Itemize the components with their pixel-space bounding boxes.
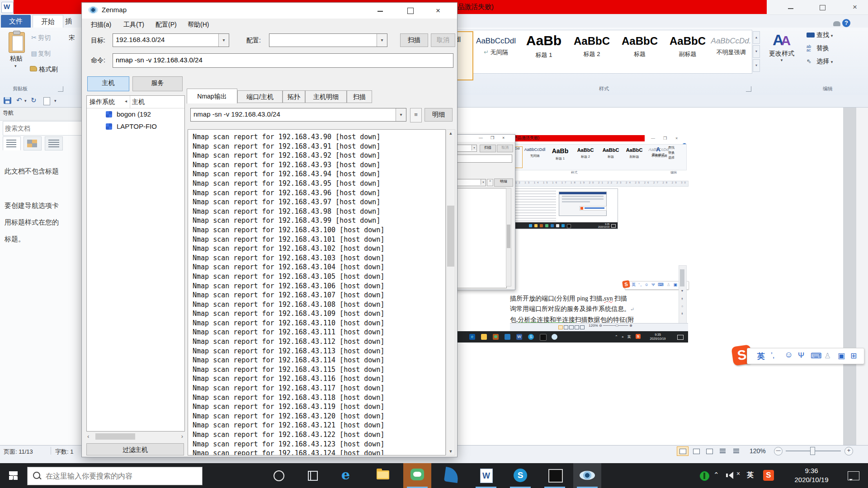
view-print-layout-button[interactable]: [677, 446, 689, 456]
close-icon[interactable]: ×: [429, 6, 447, 16]
host-list-header[interactable]: 操作系统 ◂ 主机: [87, 96, 184, 108]
save-icon[interactable]: [4, 97, 11, 104]
menu-tools[interactable]: 工具(T): [123, 21, 144, 29]
taskbar-explorer-button[interactable]: [369, 463, 397, 488]
toolbox-icon[interactable]: ⊞: [850, 351, 857, 361]
restore-icon[interactable]: [815, 3, 830, 13]
undo-chevron-icon[interactable]: ▾: [24, 99, 27, 103]
nav-tab-pages[interactable]: [24, 136, 42, 150]
style-item[interactable]: AaBbCcDd. 不明显强调: [710, 32, 752, 71]
document-search-input[interactable]: [3, 121, 83, 136]
nav-tab-results[interactable]: [45, 136, 63, 150]
output-scrollbar[interactable]: ▲ ▼: [446, 129, 455, 455]
menu-scan[interactable]: 扫描(a): [91, 21, 111, 29]
dialog-launcher-icon[interactable]: [58, 86, 63, 92]
taskbar-wireshark-button[interactable]: [438, 463, 466, 488]
word-count[interactable]: 字数: 1: [55, 448, 73, 456]
filter-hosts-button[interactable]: 过滤主机: [86, 443, 184, 455]
taskbar-cortana-button[interactable]: [264, 463, 292, 488]
qat-customize-icon[interactable]: ▾: [54, 99, 57, 103]
tab-nmap-output[interactable]: Nmap输出: [187, 89, 237, 103]
host-list-hscrollbar[interactable]: ‹ ›: [86, 432, 184, 441]
tab-home[interactable]: 开始: [33, 15, 63, 28]
cut-button[interactable]: ✂剪切: [30, 34, 51, 46]
language-mode-button[interactable]: 英: [757, 351, 765, 361]
tab-topology[interactable]: 拓扑: [283, 90, 305, 103]
chevron-down-icon[interactable]: ▾: [14, 64, 17, 68]
antivirus-tray-icon[interactable]: [700, 471, 709, 481]
tab-ports-hosts[interactable]: 端口/主机: [237, 90, 283, 103]
taskbar-search-input[interactable]: [45, 470, 196, 483]
tab-scans[interactable]: 扫描: [347, 90, 372, 103]
new-document-icon[interactable]: [43, 97, 50, 105]
punctuation-icon[interactable]: ’,: [771, 351, 775, 360]
notification-center-icon[interactable]: [848, 471, 859, 480]
minimize-icon[interactable]: [371, 6, 389, 16]
zoom-level[interactable]: 120%: [750, 447, 766, 455]
scrollbar-thumb[interactable]: [447, 206, 454, 267]
target-combo[interactable]: 192.168.43.0/24▾: [113, 33, 229, 47]
minimize-icon[interactable]: [783, 3, 798, 13]
style-item[interactable]: AaBbC 标题 2: [569, 32, 614, 71]
output-command-combo[interactable]: nmap -sn -v 192.168.43.0/24▾: [190, 108, 406, 122]
menu-profile[interactable]: 配置(P): [156, 21, 177, 29]
select-button[interactable]: ⇖ 选择 ▾: [807, 57, 856, 70]
gallery-down-icon[interactable]: ▼: [753, 45, 760, 58]
style-item[interactable]: AaBbC 副标题: [665, 32, 710, 71]
taskbar-cmd-button[interactable]: [541, 463, 569, 488]
taskbar-search[interactable]: [27, 467, 203, 485]
nmap-output[interactable]: Nmap scan report for 192.168.43.90 [host…: [188, 129, 446, 455]
styles-dialog-launcher-icon[interactable]: [746, 86, 751, 92]
skin-shirt-icon[interactable]: ▣: [838, 351, 845, 361]
taskbar-zenmap-button[interactable]: [573, 463, 601, 488]
taskbar-wechat-button[interactable]: [403, 463, 431, 488]
host-row[interactable]: bogon (192: [87, 108, 184, 121]
style-item[interactable]: AaBbCcDdl ↵ 无间隔: [473, 32, 519, 71]
microphone-icon[interactable]: Ψ: [798, 351, 804, 360]
document-scrollbar[interactable]: ≡ ▲ ▼: [856, 108, 868, 445]
view-outline-button[interactable]: [717, 446, 729, 456]
tab-insert-partial[interactable]: 插: [63, 15, 74, 28]
find-button[interactable]: 查找 ▾: [807, 31, 856, 44]
page-indicator[interactable]: 页面: 11/13: [4, 448, 33, 456]
details-button[interactable]: 明细: [425, 108, 453, 122]
copy-button[interactable]: ▤复制: [30, 50, 51, 61]
hidden-icons-chevron[interactable]: ⌃: [713, 471, 719, 479]
profile-combo[interactable]: ▾: [269, 33, 387, 47]
gallery-up-icon[interactable]: ▲: [753, 31, 760, 44]
view-reading-button[interactable]: [690, 446, 702, 456]
view-draft-button[interactable]: [731, 446, 742, 456]
zoom-slider-thumb[interactable]: [810, 447, 815, 455]
format-painter-button[interactable]: 格式刷: [30, 66, 58, 77]
host-row[interactable]: LAPTOP-FIO: [87, 121, 184, 133]
style-item[interactable]: AaBb 标题 1: [521, 32, 566, 71]
scan-button[interactable]: 扫描: [400, 33, 428, 47]
redo-icon[interactable]: ↻: [31, 96, 37, 104]
taskbar-clock[interactable]: 9:362020/10/19: [784, 466, 839, 484]
taskbar-word-button[interactable]: W: [472, 463, 500, 488]
nav-tab-headings[interactable]: [3, 136, 21, 150]
volume-muted-icon[interactable]: [729, 472, 733, 479]
tab-host-details[interactable]: 主机明细: [305, 90, 347, 103]
keyboard-icon[interactable]: ⌨: [811, 351, 822, 361]
emoji-icon[interactable]: ☺: [784, 350, 793, 360]
command-input[interactable]: nmap -sn -v 192.168.43.0/24: [113, 53, 453, 68]
skin-person-icon[interactable]: ♙: [824, 351, 831, 361]
taskbar-taskview-button[interactable]: [298, 463, 326, 488]
cancel-button[interactable]: 取消: [431, 33, 455, 47]
output-options-icon[interactable]: ≡: [410, 108, 422, 122]
close-icon[interactable]: ×: [847, 3, 863, 13]
view-web-button[interactable]: [703, 446, 715, 456]
change-styles-button[interactable]: AA 更改样式 ▾: [764, 31, 799, 85]
gallery-more-icon[interactable]: ▾: [753, 59, 760, 72]
replace-button[interactable]: abac 替换: [807, 44, 856, 57]
zoom-in-button[interactable]: +: [844, 447, 853, 455]
zenmap-titlebar[interactable]: Zenmap ×: [82, 3, 457, 19]
tab-file[interactable]: 文件: [1, 15, 31, 28]
taskbar-skype-button[interactable]: S: [506, 463, 534, 488]
menu-help[interactable]: 帮助(H): [188, 21, 209, 29]
input-language-indicator[interactable]: 英: [747, 471, 754, 479]
taskbar-edge-button[interactable]: e: [335, 463, 363, 488]
services-toggle-button[interactable]: 服务: [132, 76, 183, 91]
paste-button[interactable]: 粘贴 ▾: [5, 31, 28, 81]
